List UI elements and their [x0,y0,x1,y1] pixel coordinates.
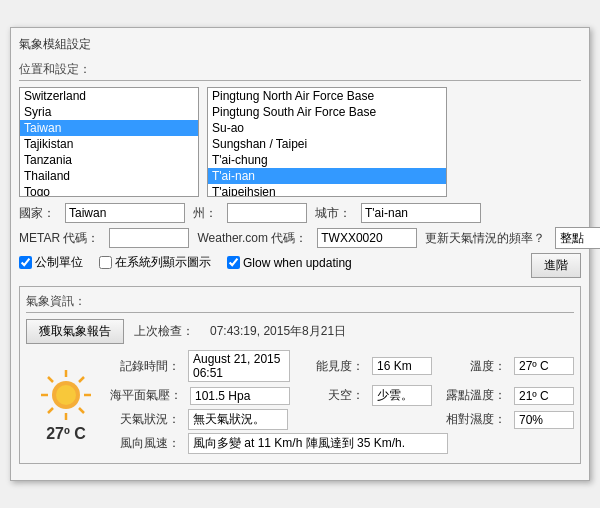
record-time-value: August 21, 2015 06:51 [188,350,290,382]
weather-row-3: 天氣狀況： 無天氣狀況。 相對濕度： 70% [110,409,574,430]
weather-header: 獲取氣象報告 上次檢查： 07:43:19, 2015年8月21日 [26,319,574,344]
humidity-label: 相對濕度： [436,411,506,428]
metar-row: METAR 代碼： Weather.com 代碼： 更新天氣情況的頻率？ 整點 … [19,227,581,249]
visibility-value: 16 Km [372,357,432,375]
dialog-title: 氣象模組設定 [19,36,581,53]
metric-checkbox-item: 公制單位 [19,254,83,271]
svg-point-1 [56,385,76,405]
list-item-selected[interactable]: Taiwan [20,120,198,136]
list-item[interactable]: Tanzania [20,152,198,168]
sky-value: 少雲。 [372,385,432,406]
cities-listbox[interactable]: Pingtung North Air Force Base Pingtung S… [207,87,447,197]
last-check-label: 上次檢查： [134,323,194,340]
svg-line-8 [79,377,84,382]
weather-info-grid: 27º C 記錄時間： August 21, 2015 06:51 能見度： 1… [26,350,574,457]
weather-icon-area: 27º C [26,350,106,457]
glow-checkbox[interactable] [227,256,240,269]
svg-line-7 [79,408,84,413]
svg-line-6 [48,377,53,382]
get-weather-button[interactable]: 獲取氣象報告 [26,319,124,344]
list-item[interactable]: Syria [20,104,198,120]
checkboxes-row: 公制單位 在系統列顯示圖示 Glow when updating [19,254,352,271]
wind-label: 風向風速： [110,435,180,452]
state-label: 州： [193,205,217,222]
sun-icon [36,365,96,425]
main-dialog: 氣象模組設定 位置和設定： Switzerland Syria Taiwan T… [10,27,590,481]
humidity-value: 70% [514,411,574,429]
pressure-value: 101.5 Hpa [190,387,290,405]
weather-data-grid: 記錄時間： August 21, 2015 06:51 能見度： 16 Km 溫… [110,350,574,457]
weather-section: 氣象資訊： 獲取氣象報告 上次檢查： 07:43:19, 2015年8月21日 [19,286,581,464]
systray-checkbox-item: 在系統列顯示圖示 [99,254,211,271]
weather-com-label: Weather.com 代碼： [197,230,307,247]
pressure-label: 海平面氣壓： [110,387,182,404]
country-state-city-row: 國家： 州： 城市： [19,203,581,223]
list-item[interactable]: Sungshan / Taipei [208,136,446,152]
advanced-button[interactable]: 進階 [531,253,581,278]
weather-row-1: 記錄時間： August 21, 2015 06:51 能見度： 16 Km 溫… [110,350,574,382]
svg-line-9 [48,408,53,413]
list-item[interactable]: T'ai-chung [208,152,446,168]
dew-point-label: 露點溫度： [436,387,506,404]
systray-label: 在系統列顯示圖示 [115,254,211,271]
list-item[interactable]: Pingtung South Air Force Base [208,104,446,120]
list-item[interactable]: Togo [20,184,198,197]
conditions-label: 天氣狀況： [110,411,180,428]
list-item[interactable]: Su-ao [208,120,446,136]
glow-checkbox-item: Glow when updating [227,256,352,270]
dew-point-value: 21º C [514,387,574,405]
weather-section-label: 氣象資訊： [26,293,574,313]
wind-value: 風向多變 at 11 Km/h 陣風達到 35 Km/h. [188,433,448,454]
metar-input[interactable] [109,228,189,248]
countries-listbox[interactable]: Switzerland Syria Taiwan Tajikistan Tanz… [19,87,199,197]
metric-checkbox[interactable] [19,256,32,269]
list-item[interactable]: T'aipeihsien [208,184,446,197]
last-check-value: 07:43:19, 2015年8月21日 [210,323,346,340]
lists-row: Switzerland Syria Taiwan Tajikistan Tanz… [19,87,581,197]
temperature-display: 27º C [46,425,86,443]
city-input[interactable] [361,203,481,223]
systray-checkbox[interactable] [99,256,112,269]
weather-com-input[interactable] [317,228,417,248]
conditions-value: 無天氣狀況。 [188,409,288,430]
record-time-label: 記錄時間： [110,358,180,375]
list-item[interactable]: Tajikistan [20,136,198,152]
list-item[interactable]: Switzerland [20,88,198,104]
location-section-label: 位置和設定： [19,61,581,81]
list-item-selected[interactable]: T'ai-nan [208,168,446,184]
glow-label: Glow when updating [243,256,352,270]
temp-value: 27º C [514,357,574,375]
metric-label: 公制單位 [35,254,83,271]
update-freq-label: 更新天氣情況的頻率？ [425,230,545,247]
list-item[interactable]: Thailand [20,168,198,184]
temp-label: 溫度： [436,358,506,375]
weather-row-2: 海平面氣壓： 101.5 Hpa 天空： 少雲。 露點溫度： 21º C [110,385,574,406]
location-section: 位置和設定： Switzerland Syria Taiwan Tajikist… [19,61,581,278]
frequency-select[interactable]: 整點 每30分鐘 每15分鐘 [555,227,600,249]
city-label: 城市： [315,205,351,222]
country-input[interactable] [65,203,185,223]
weather-row-4: 風向風速： 風向多變 at 11 Km/h 陣風達到 35 Km/h. [110,433,574,454]
list-item[interactable]: Pingtung North Air Force Base [208,88,446,104]
metar-label: METAR 代碼： [19,230,99,247]
visibility-label: 能見度： [294,358,364,375]
sky-label: 天空： [294,387,364,404]
state-input[interactable] [227,203,307,223]
country-label: 國家： [19,205,55,222]
